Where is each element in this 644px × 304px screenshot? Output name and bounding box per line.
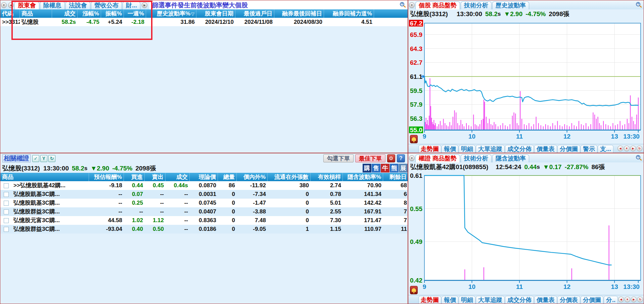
alert-bell-icon[interactable]	[410, 286, 418, 294]
row-checkbox[interactable]	[4, 201, 9, 206]
zoom-icon[interactable]	[636, 2, 640, 6]
side-tab-牛[interactable]: 牛	[381, 164, 389, 172]
column-header[interactable]: 代碼	[0, 9, 20, 18]
bottom-tab-分價圖[interactable]: 分價圖	[581, 296, 603, 304]
table-row[interactable]: >>3312弘憶股58.2s-4.75+5.24-2.1831.862024/1…	[0, 18, 408, 26]
tab-scroll-right-icon[interactable]: ▶	[142, 2, 147, 8]
zoom-icon[interactable]	[636, 155, 640, 159]
column-header[interactable]: 價內外%	[237, 173, 268, 181]
column-header[interactable]: 商品	[0, 173, 89, 181]
check-order-button[interactable]: 勾選下單	[323, 154, 354, 162]
bottom-tab-分價圖[interactable]: 分價圖	[557, 145, 580, 153]
column-header[interactable]: 賣出	[145, 173, 166, 181]
column-header[interactable]: 股東會日期	[196, 9, 235, 18]
bottom-tab-價量表[interactable]: 價量表	[534, 145, 557, 153]
side-tab-展[interactable]: 展	[399, 164, 408, 172]
nav-down-icon[interactable]: ▼	[624, 146, 630, 151]
row-checkbox[interactable]	[4, 192, 9, 197]
bottom-tab-成交分佈[interactable]: 成交分佈	[505, 145, 534, 153]
table-row[interactable]: >>弘憶股凱基42購...-9.180.440.450.44s0.087086-…	[0, 181, 408, 190]
row-checkbox[interactable]	[4, 209, 9, 214]
gear-icon[interactable]: ⚙	[387, 154, 395, 162]
bottom-tab-分..[interactable]: 分..	[604, 296, 618, 304]
zoom-icon[interactable]	[400, 2, 404, 6]
nav-right-icon[interactable]: ▶	[630, 146, 636, 151]
tab-歷史波動率[interactable]: 歷史波動率	[492, 1, 529, 9]
bottom-tab-支...[interactable]: 支...	[598, 145, 613, 153]
column-header[interactable]: 理論價	[190, 173, 218, 181]
bottom-tab-走勢圖[interactable]: 走勢圖	[418, 296, 441, 304]
table-row[interactable]: 弘憶股元富3C購...44.581.021.12--0.836307.4807.…	[0, 216, 408, 225]
filter-icon[interactable]: Y	[40, 155, 47, 162]
side-tab-熊[interactable]: 熊	[390, 164, 399, 172]
refresh-icon[interactable]: ↻	[48, 155, 55, 162]
bottom-tab-走勢圖[interactable]: 走勢圖	[418, 145, 441, 153]
panel-dropdown-icon[interactable]: ▼	[409, 2, 415, 8]
cell: 弘憶股凱基3C購...	[12, 190, 89, 199]
tab-營收公布[interactable]: 營收公布	[91, 1, 122, 9]
panel-dropdown-icon[interactable]: ▼	[1, 2, 7, 8]
bottom-tab-明細[interactable]: 明細	[459, 296, 475, 304]
bottom-tab-大單追蹤[interactable]: 大單追蹤	[476, 296, 505, 304]
row-checkbox[interactable]	[4, 227, 9, 232]
column-header[interactable]: 融券最後回補日	[274, 9, 324, 18]
side-tab-購[interactable]: 購	[363, 164, 371, 172]
column-header[interactable]: 最後過戶日	[235, 9, 274, 18]
bottom-tab-警示[interactable]: 警示	[581, 145, 597, 153]
column-header[interactable]: 振幅%	[101, 9, 124, 18]
table-row[interactable]: 弘憶股凱基3C購...--0.07----0.00310-7.3400.7814…	[0, 190, 408, 199]
column-header[interactable]: 隱含波動率%	[343, 173, 383, 181]
tab-隱含波動率[interactable]: 隱含波動率	[492, 154, 529, 162]
column-header[interactable]: 成交	[52, 9, 78, 18]
bottom-tab-報價[interactable]: 報價	[442, 145, 458, 153]
nav-left-icon[interactable]: ◀	[618, 297, 624, 302]
nav-left-icon[interactable]: ◀	[617, 146, 623, 151]
related-warrants-link[interactable]: 相關權證	[2, 154, 31, 162]
nav-refresh-icon[interactable]: ↻	[637, 297, 643, 302]
column-header[interactable]: 剩餘日	[383, 173, 408, 181]
bottom-tab-成交分佈[interactable]: 成交分佈	[505, 296, 534, 304]
column-header[interactable]: 漲幅%	[78, 9, 101, 18]
table-row[interactable]: 弘憶股群益3C購...--------0.04070-3.8802.55167.…	[0, 207, 408, 216]
alert-bell-icon[interactable]	[410, 135, 418, 143]
stock-intraday-chart[interactable]: 91011121313:3067.265.964.362.761.159.557…	[408, 18, 644, 145]
tab-權證 商品盤勢[interactable]: 權證 商品盤勢	[415, 154, 460, 162]
column-header[interactable]: 融券回補力道%	[324, 9, 374, 18]
bottom-tab-大單追蹤[interactable]: 大單追蹤	[476, 145, 505, 153]
tab-技術分析[interactable]: 技術分析	[461, 154, 492, 162]
column-header[interactable]: 成交	[166, 173, 190, 181]
column-header[interactable]: 買進	[124, 173, 145, 181]
panel-dropdown-icon[interactable]: ▼	[409, 155, 415, 161]
row-checkbox[interactable]	[4, 218, 9, 223]
column-header[interactable]: 總量	[218, 173, 237, 181]
tab-技術分析[interactable]: 技術分析	[461, 1, 492, 9]
column-header[interactable]: 商品	[20, 9, 52, 18]
help-icon[interactable]: ?	[397, 154, 405, 162]
nav-down-icon[interactable]: ▼	[625, 297, 630, 302]
column-header[interactable]: 一週%	[124, 9, 146, 18]
tab-法說會[interactable]: 法說會	[65, 1, 90, 9]
nav-refresh-icon[interactable]: ↻	[637, 146, 642, 151]
check-icon[interactable]: ✓	[32, 155, 39, 162]
column-header[interactable]: 歷史波動率%▽	[146, 9, 196, 18]
table-row[interactable]: 弘憶股群益3C購...-93.040.400.50--0.01860-9.051…	[0, 225, 408, 234]
bottom-tab-明細[interactable]: 明細	[459, 145, 475, 153]
tab-股東會[interactable]: 股東會	[14, 1, 39, 9]
tab-除權息[interactable]: 除權息	[40, 1, 65, 9]
tab-個股 商品盤勢[interactable]: 個股 商品盤勢	[415, 1, 460, 9]
tab-scroll-left-icon[interactable]: ◀	[8, 2, 14, 8]
nav-right-icon[interactable]: ▶	[631, 297, 637, 302]
bottom-tab-分價表[interactable]: 分價表	[557, 296, 580, 304]
table-row[interactable]: 弘憶股凱基3C購...--0.25----0.07450-1.4705.0114…	[0, 199, 408, 207]
column-header[interactable]: 預估報酬%	[89, 173, 124, 181]
warrant-intraday-chart[interactable]: 91011121313:300.610.550.490.42	[408, 171, 644, 296]
column-header[interactable]: 有效槓桿	[311, 173, 343, 181]
row-checkbox[interactable]	[4, 183, 9, 188]
column-header[interactable]: 流通在外張數	[268, 173, 311, 181]
bottom-tab-價量表[interactable]: 價量表	[534, 296, 557, 304]
side-tab-售[interactable]: 售	[372, 164, 380, 172]
best-order-button[interactable]: 最佳下單	[355, 154, 385, 162]
tab-財...[interactable]: 財...	[123, 1, 140, 9]
bottom-tab-報價[interactable]: 報價	[442, 296, 458, 304]
cell: 86	[218, 181, 237, 190]
